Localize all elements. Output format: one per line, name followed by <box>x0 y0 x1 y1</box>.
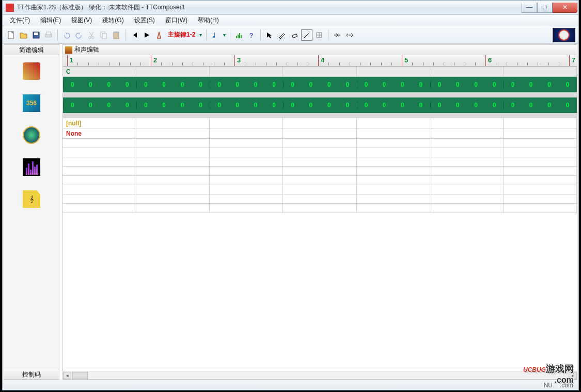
grid-row[interactable] <box>63 148 577 157</box>
note-cell[interactable]: 0 <box>338 81 357 88</box>
meta-cell[interactable] <box>430 118 504 128</box>
note-cell[interactable]: 0 <box>338 102 357 109</box>
sidebar-footer[interactable]: 控制码 <box>4 369 59 379</box>
note-cell[interactable]: 0 <box>210 81 228 88</box>
print-button[interactable] <box>43 29 54 41</box>
note-cell[interactable]: 0 <box>448 81 467 88</box>
note-cell[interactable]: 0 <box>504 81 522 88</box>
pencil-tool-button[interactable] <box>276 29 288 41</box>
empty-grid[interactable] <box>63 139 577 213</box>
menu-item[interactable]: 文件(F) <box>6 15 34 26</box>
note-row[interactable]: 0000000000000000000000000000 <box>63 77 577 92</box>
help-button[interactable]: ? <box>246 29 257 41</box>
note-cell[interactable]: 0 <box>192 81 210 88</box>
meta-cell[interactable] <box>430 128 504 138</box>
note-cell[interactable]: 0 <box>118 81 137 88</box>
note-cell[interactable]: 0 <box>228 81 247 88</box>
note-cell[interactable]: 0 <box>430 102 449 109</box>
meta-cell[interactable] <box>283 118 356 128</box>
note-cell[interactable]: 0 <box>246 81 265 88</box>
note-cell[interactable]: 0 <box>320 81 339 88</box>
paste-button[interactable] <box>111 29 122 41</box>
expand-h-button[interactable] <box>344 29 355 41</box>
scroll-thumb[interactable] <box>72 372 88 379</box>
meta-cell[interactable] <box>136 118 210 128</box>
grid-row[interactable] <box>63 204 577 213</box>
note-cell[interactable]: 0 <box>173 81 192 88</box>
note-cell[interactable]: 0 <box>485 81 504 88</box>
note-cell[interactable]: 0 <box>375 102 394 109</box>
note-cell[interactable]: 0 <box>558 81 577 88</box>
note-tool-button[interactable] <box>210 29 221 41</box>
grid-tool-button[interactable] <box>313 29 325 41</box>
note-cell[interactable]: 0 <box>173 102 192 109</box>
note-cell[interactable]: 0 <box>540 102 559 109</box>
note-cell[interactable]: 0 <box>558 102 577 109</box>
menu-item[interactable]: 设置(S) <box>130 15 159 26</box>
meta-cell[interactable]: None <box>63 128 136 138</box>
note-cell[interactable]: 0 <box>485 102 504 109</box>
note-cell[interactable]: 0 <box>265 81 284 88</box>
grid-row[interactable] <box>63 176 577 185</box>
note-cell[interactable]: 0 <box>394 81 412 88</box>
note-cell[interactable]: 0 <box>136 102 155 109</box>
note-cell[interactable]: 0 <box>136 81 155 88</box>
track-selector-label[interactable]: 主旋律1-2 <box>166 30 197 39</box>
note-cell[interactable]: 0 <box>283 102 302 109</box>
minimize-button[interactable]: — <box>522 3 537 13</box>
chord-cell[interactable] <box>136 67 210 76</box>
save-button[interactable] <box>30 29 42 41</box>
redo-button[interactable] <box>73 29 85 41</box>
note-cell[interactable]: 0 <box>467 102 485 109</box>
meta-cell[interactable] <box>357 128 430 138</box>
note-cell[interactable]: 0 <box>100 102 118 109</box>
rewind-button[interactable] <box>129 29 140 41</box>
note-cell[interactable]: 0 <box>155 81 174 88</box>
note-cell[interactable]: 0 <box>375 81 394 88</box>
new-file-button[interactable] <box>6 29 17 41</box>
close-button[interactable]: ✕ <box>553 3 577 13</box>
menu-item[interactable]: 编辑(E) <box>36 15 65 26</box>
grid-row[interactable] <box>63 139 577 148</box>
titlebar[interactable]: TT作曲家1.2S（标准版） 绿化：:未来软件园 - TTComposer1 —… <box>3 1 578 15</box>
chord-cell[interactable] <box>504 67 577 76</box>
note-cell[interactable]: 0 <box>192 102 210 109</box>
meta-row-null[interactable]: [null] <box>63 118 577 128</box>
chord-cell[interactable] <box>430 67 504 76</box>
note-cell[interactable]: 0 <box>302 81 320 88</box>
note-cell[interactable]: 0 <box>63 81 82 88</box>
chord-cell[interactable] <box>210 67 283 76</box>
dropdown-icon[interactable]: ▾ <box>222 32 227 38</box>
line-tool-button[interactable] <box>301 29 312 41</box>
sidebar-tool-equalizer[interactable] <box>23 158 40 176</box>
pointer-tool-button[interactable] <box>264 29 275 41</box>
chord-row[interactable]: C <box>63 67 577 77</box>
meta-cell[interactable] <box>504 128 577 138</box>
meta-cell[interactable] <box>283 128 356 138</box>
grid-row[interactable] <box>63 185 577 194</box>
meta-cell[interactable] <box>136 128 210 138</box>
time-ruler[interactable]: 1234567 <box>63 55 577 67</box>
note-row[interactable]: 0000000000000000000000000000 <box>63 97 577 113</box>
note-cell[interactable]: 0 <box>522 102 540 109</box>
note-cell[interactable]: 0 <box>430 81 449 88</box>
note-grid[interactable]: 0000000000000000000000000000 00000000000… <box>63 77 577 113</box>
editor-canvas[interactable] <box>63 213 577 371</box>
note-cell[interactable]: 0 <box>82 102 100 109</box>
horizontal-scrollbar[interactable]: ◂ ▸ <box>63 371 577 379</box>
scroll-right-button[interactable]: ▸ <box>569 372 577 379</box>
editor-title-bar[interactable]: 和声编辑 <box>63 45 577 55</box>
menu-item[interactable]: 帮助(H) <box>194 15 223 26</box>
cut-button[interactable] <box>86 29 97 41</box>
note-cell[interactable]: 0 <box>540 81 559 88</box>
scroll-left-button[interactable]: ◂ <box>63 372 71 379</box>
note-cell[interactable]: 0 <box>320 102 339 109</box>
note-cell[interactable]: 0 <box>504 102 522 109</box>
meta-cell[interactable]: [null] <box>63 118 136 128</box>
play-button[interactable] <box>141 29 152 41</box>
meta-cell[interactable] <box>357 118 430 128</box>
meta-cell[interactable] <box>504 118 577 128</box>
sidebar-tool-score[interactable]: 𝄞 <box>23 190 40 208</box>
sidebar-tool-notes[interactable] <box>23 62 40 80</box>
copy-button[interactable] <box>98 29 109 41</box>
